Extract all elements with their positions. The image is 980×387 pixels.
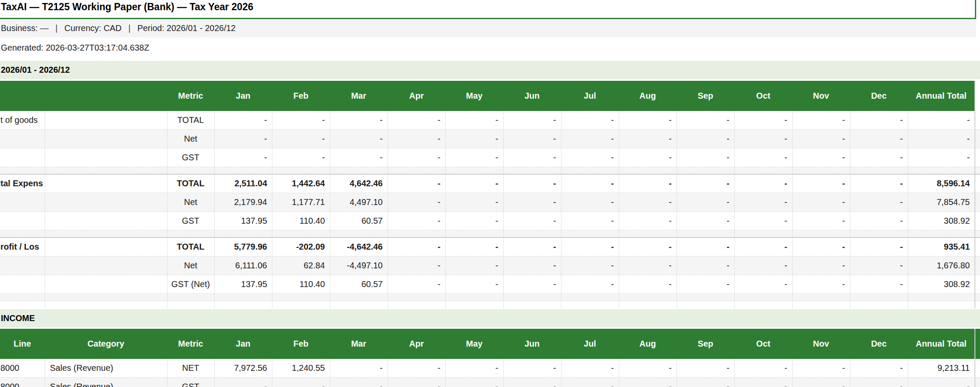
cell [734, 294, 792, 301]
cell [214, 294, 272, 301]
cell: 60.57 [330, 275, 388, 294]
cell: - [677, 256, 734, 275]
cell [619, 230, 677, 238]
col-header-month: Jun [503, 329, 561, 359]
cell: - [272, 111, 330, 130]
cell: - [908, 130, 975, 148]
col-header-annual-total: Annual Total [908, 81, 975, 111]
cell [45, 148, 167, 167]
cell: - [445, 275, 503, 294]
expense-summary-table: Metric Jan Feb Mar Apr May Jun Jul Aug S… [0, 81, 980, 308]
cell-overflow [975, 148, 980, 167]
col-header-month: Jul [561, 329, 619, 359]
page-title: TaxAI — T2125 Working Paper (Bank) — Tax… [1, 1, 975, 13]
col-header-month: Aug [619, 81, 677, 111]
table-row: t of goodsTOTAL------------- [0, 111, 980, 130]
cell: - [850, 238, 908, 256]
cell: - [792, 193, 850, 212]
table-row: rofit / LosTOTAL5,779.96-202.09-4,642.46… [0, 238, 980, 256]
col-header-month: Apr [388, 329, 445, 359]
cell [561, 294, 619, 301]
cell [45, 301, 167, 308]
cell: 1,676.80 [908, 256, 975, 275]
cell [0, 148, 45, 167]
cell: 8000 [0, 377, 45, 387]
cell: 60.57 [330, 212, 388, 230]
generated-timestamp: Generated: 2026-03-27T03:17:04.638Z [0, 37, 980, 58]
cell: 62.84 [272, 256, 330, 275]
cell [734, 301, 792, 308]
cell [677, 167, 734, 174]
cell: - [503, 130, 561, 148]
cell [45, 230, 167, 238]
cell: - [677, 275, 734, 294]
spacer-row [0, 294, 980, 301]
cell [272, 294, 330, 301]
cell: - [792, 130, 850, 148]
cell [445, 301, 503, 308]
cell: - [388, 212, 445, 230]
cell: 8,596.14 [908, 174, 975, 193]
cell: 308.92 [908, 212, 975, 230]
cell: - [214, 130, 272, 148]
cell: - [792, 359, 850, 378]
col-header-month: Oct [734, 81, 792, 111]
table-row: 8000Sales (Revenue)NET7,972.561,240.55--… [0, 359, 980, 378]
cell: - [734, 148, 792, 167]
cell: - [677, 174, 734, 193]
cell: - [445, 256, 503, 275]
cell: 9,213.11 [908, 359, 975, 378]
meta-business: Business: — [1, 23, 48, 33]
cell [561, 230, 619, 238]
cell: - [561, 148, 619, 167]
cell: - [734, 238, 792, 256]
col-header-month: Sep [677, 81, 734, 111]
cell: - [908, 148, 975, 167]
cell-overflow [975, 301, 980, 308]
cell: - [619, 148, 677, 167]
cell: 137.95 [214, 275, 272, 294]
col-header-month: May [445, 329, 503, 359]
cell: - [619, 174, 677, 193]
cell: - [561, 359, 619, 378]
cell [214, 230, 272, 238]
cell: TOTAL [167, 174, 214, 193]
cell: Net [167, 193, 214, 212]
cell [45, 212, 167, 230]
cell: Net [167, 256, 214, 275]
cell: - [734, 130, 792, 148]
cell: - [561, 377, 619, 387]
cell: Sales (Revenue) [45, 359, 167, 378]
cell [45, 256, 167, 275]
cell: 4,642.46 [330, 174, 388, 193]
table-row: Net2,179.941,177.714,497.10---------7,85… [0, 193, 980, 212]
cell: - [850, 174, 908, 193]
meta-period: Period: 2026/01 - 2026/12 [137, 23, 235, 33]
col-header-overflow [975, 81, 980, 111]
cell [0, 212, 45, 230]
cell [792, 294, 850, 301]
cell: - [388, 238, 445, 256]
cell: - [272, 130, 330, 148]
cell: 110.40 [272, 275, 330, 294]
col-header-month: Feb [272, 81, 330, 111]
cell: - [388, 193, 445, 212]
cell [792, 167, 850, 174]
cell: - [908, 111, 975, 130]
cell: - [561, 111, 619, 130]
cell [850, 301, 908, 308]
cell: - [850, 256, 908, 275]
cell: 1,177.71 [272, 193, 330, 212]
cell: - [792, 212, 850, 230]
cell: - [388, 256, 445, 275]
cell: - [619, 275, 677, 294]
cell: - [561, 130, 619, 148]
cell: 935.41 [908, 238, 975, 256]
cell: -4,497.10 [330, 256, 388, 275]
cell: - [619, 193, 677, 212]
cell [388, 230, 445, 238]
cell-overflow [975, 238, 980, 256]
cell: - [850, 111, 908, 130]
cell: - [445, 148, 503, 167]
cell-overflow [975, 193, 980, 212]
